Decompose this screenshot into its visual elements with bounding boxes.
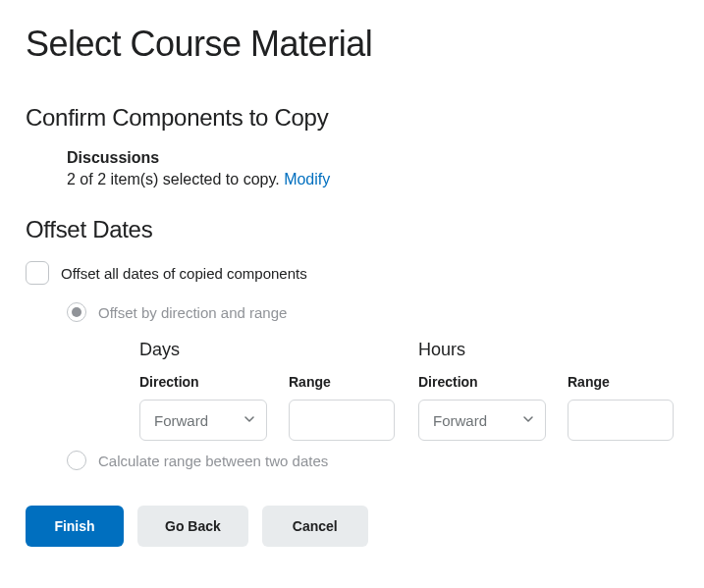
confirm-section: Confirm Components to Copy Discussions 2… [26, 104, 680, 188]
radio-calculate-label: Calculate range between two dates [98, 453, 328, 469]
hours-direction-label: Direction [418, 374, 546, 390]
days-direction-select[interactable]: Forward [139, 400, 267, 441]
offset-section: Offset Dates Offset all dates of copied … [26, 216, 680, 470]
radio-row-direction: Offset by direction and range [67, 302, 680, 322]
days-heading: Days [139, 340, 395, 360]
button-row: Finish Go Back Cancel [26, 506, 680, 547]
finish-button[interactable]: Finish [26, 506, 124, 547]
days-direction-field: Direction Forward [139, 374, 267, 441]
hours-column: Hours Direction Forward [418, 340, 674, 441]
component-name: Discussions [67, 149, 680, 167]
hours-direction-select[interactable]: Forward [418, 400, 546, 441]
offset-heading: Offset Dates [26, 216, 680, 243]
days-range-label: Range [289, 374, 395, 390]
radio-direction-label: Offset by direction and range [98, 304, 287, 321]
offset-radio-group: Offset by direction and range Days Direc… [67, 302, 680, 470]
hours-range-field: Range [568, 374, 674, 441]
days-direction-label: Direction [139, 374, 267, 390]
offset-controls: Days Direction Forward [139, 340, 680, 441]
radio-row-calculate: Calculate range between two dates [67, 451, 680, 470]
component-item: Discussions 2 of 2 item(s) selected to c… [67, 149, 680, 188]
modify-link[interactable]: Modify [284, 171, 330, 187]
hours-range-input[interactable] [568, 400, 674, 441]
days-range-input[interactable] [289, 400, 395, 441]
offset-all-label: Offset all dates of copied components [61, 265, 307, 282]
offset-all-checkbox[interactable] [26, 261, 49, 285]
days-column: Days Direction Forward [139, 340, 395, 441]
hours-direction-field: Direction Forward [418, 374, 546, 441]
cancel-button[interactable]: Cancel [262, 506, 368, 547]
days-direction-value: Forward [154, 412, 208, 429]
offset-checkbox-row: Offset all dates of copied components [26, 261, 680, 285]
radio-calculate-range[interactable] [67, 451, 86, 470]
hours-heading: Hours [418, 340, 674, 360]
radio-direction-range[interactable] [67, 302, 86, 322]
go-back-button[interactable]: Go Back [137, 506, 248, 547]
confirm-heading: Confirm Components to Copy [26, 104, 680, 132]
component-summary: 2 of 2 item(s) selected to copy. Modify [67, 171, 680, 188]
hours-direction-value: Forward [433, 412, 487, 429]
page-title: Select Course Material [26, 24, 680, 65]
days-range-field: Range [289, 374, 395, 441]
hours-range-label: Range [568, 374, 674, 390]
component-summary-text: 2 of 2 item(s) selected to copy. [67, 171, 280, 187]
